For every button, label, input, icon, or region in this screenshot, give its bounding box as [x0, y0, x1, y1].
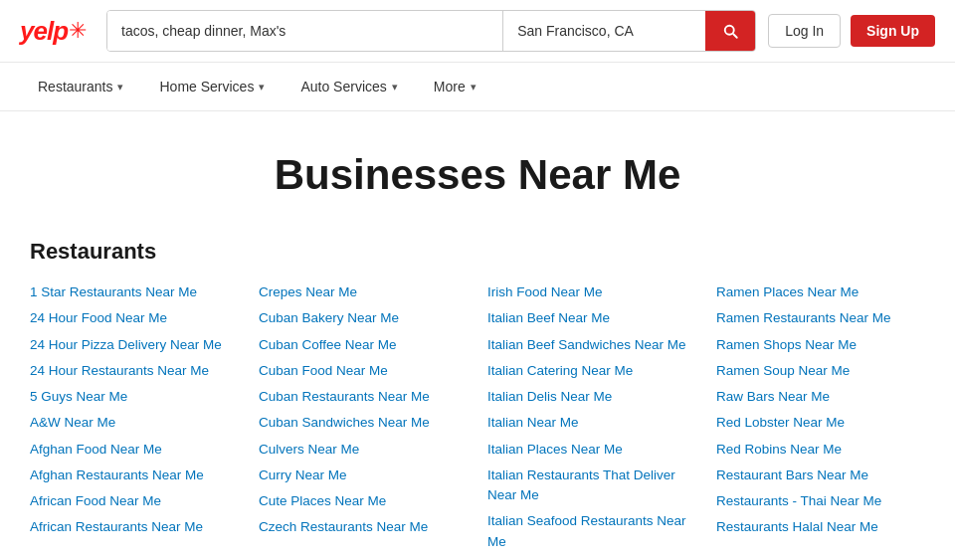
list-item[interactable]: 24 Hour Restaurants Near Me	[30, 361, 239, 381]
list-item[interactable]: African Restaurants Near Me	[30, 517, 239, 537]
list-item[interactable]: Ramen Restaurants Near Me	[716, 308, 925, 328]
list-item[interactable]: Curry Near Me	[259, 466, 468, 485]
list-item[interactable]: 1 Star Restaurants Near Me	[30, 282, 239, 302]
login-button[interactable]: Log In	[768, 14, 841, 48]
list-item[interactable]: Italian Places Near Me	[487, 440, 696, 460]
list-item[interactable]: Cuban Coffee Near Me	[259, 335, 468, 355]
logo-burst-icon: ✳	[69, 18, 87, 44]
search-business-input[interactable]	[107, 11, 503, 51]
nav-more-label: More	[434, 79, 466, 94]
list-item[interactable]: Italian Near Me	[487, 413, 696, 433]
list-item[interactable]: A&W Near Me	[30, 413, 239, 433]
section-title-restaurants: Restaurants	[30, 239, 925, 265]
search-bar	[106, 10, 756, 52]
list-item[interactable]: Italian Restaurants That Deliver Near Me	[487, 466, 696, 506]
search-icon	[721, 22, 739, 40]
chevron-down-icon: ▾	[392, 81, 398, 93]
list-item[interactable]: 24 Hour Pizza Delivery Near Me	[30, 335, 239, 355]
chevron-down-icon: ▾	[471, 81, 477, 93]
nav-item-restaurants[interactable]: Restaurants ▾	[20, 63, 141, 110]
page-title: Businesses Near Me	[30, 151, 925, 199]
list-item[interactable]: Italian Catering Near Me	[487, 361, 696, 381]
logo[interactable]: yelp ✳	[20, 16, 87, 47]
list-item[interactable]: African Food Near Me	[30, 491, 239, 511]
list-item[interactable]: Restaurants - Thai Near Me	[716, 491, 925, 511]
nav-restaurants-label: Restaurants	[38, 79, 112, 94]
header-actions: Log In Sign Up	[768, 14, 935, 48]
list-item[interactable]: Irish Food Near Me	[487, 282, 696, 302]
links-column-1: 1 Star Restaurants Near Me24 Hour Food N…	[30, 282, 239, 560]
links-column-3: Irish Food Near MeItalian Beef Near MeIt…	[487, 282, 696, 560]
list-item[interactable]: 5 Guys Near Me	[30, 387, 239, 407]
nav-item-home-services[interactable]: Home Services ▾	[141, 63, 283, 110]
list-item[interactable]: Italian Beef Near Me	[487, 308, 696, 328]
list-item[interactable]: Ramen Shops Near Me	[716, 335, 925, 355]
logo-text: yelp	[20, 16, 68, 47]
nav-auto-services-label: Auto Services	[300, 79, 386, 94]
search-button[interactable]	[705, 11, 755, 51]
links-column-2: Crepes Near MeCuban Bakery Near MeCuban …	[259, 282, 468, 560]
list-item[interactable]: 24 Hour Food Near Me	[30, 308, 239, 328]
nav-item-auto-services[interactable]: Auto Services ▾	[283, 63, 415, 110]
list-item[interactable]: Restaurants Halal Near Me	[716, 517, 925, 537]
list-item[interactable]: Cute Places Near Me	[259, 491, 468, 511]
list-item[interactable]: Ramen Soup Near Me	[716, 361, 925, 381]
list-item[interactable]: Cuban Sandwiches Near Me	[259, 413, 468, 433]
chevron-down-icon: ▾	[117, 81, 123, 93]
list-item[interactable]: Afghan Food Near Me	[30, 440, 239, 460]
list-item[interactable]: Restaurant Bars Near Me	[716, 466, 925, 485]
list-item[interactable]: Ramen Places Near Me	[716, 282, 925, 302]
list-item[interactable]: Cuban Food Near Me	[259, 361, 468, 381]
list-item[interactable]: Cuban Restaurants Near Me	[259, 387, 468, 407]
list-item[interactable]: Crepes Near Me	[259, 282, 468, 302]
main-content: Businesses Near Me Restaurants 1 Star Re…	[0, 111, 955, 560]
list-item[interactable]: Italian Seafood Restaurants Near Me	[487, 511, 696, 552]
main-nav: Restaurants ▾ Home Services ▾ Auto Servi…	[0, 63, 955, 111]
list-item[interactable]: Red Robins Near Me	[716, 440, 925, 460]
list-item[interactable]: Italian Delis Near Me	[487, 387, 696, 407]
list-item[interactable]: Raw Bars Near Me	[716, 387, 925, 407]
header: yelp ✳ Log In Sign Up	[0, 0, 955, 63]
nav-item-more[interactable]: More ▾	[416, 63, 494, 110]
list-item[interactable]: Italian Beef Sandwiches Near Me	[487, 335, 696, 355]
list-item[interactable]: Czech Restaurants Near Me	[259, 517, 468, 537]
search-location-input[interactable]	[503, 11, 705, 51]
chevron-down-icon: ▾	[259, 81, 265, 93]
nav-home-services-label: Home Services	[159, 79, 254, 94]
links-grid: 1 Star Restaurants Near Me24 Hour Food N…	[30, 282, 925, 560]
list-item[interactable]: Red Lobster Near Me	[716, 413, 925, 433]
list-item[interactable]: Afghan Restaurants Near Me	[30, 466, 239, 485]
list-item[interactable]: Culvers Near Me	[259, 440, 468, 460]
list-item[interactable]: Cuban Bakery Near Me	[259, 308, 468, 328]
links-column-4: Ramen Places Near MeRamen Restaurants Ne…	[716, 282, 925, 560]
signup-button[interactable]: Sign Up	[851, 15, 935, 47]
